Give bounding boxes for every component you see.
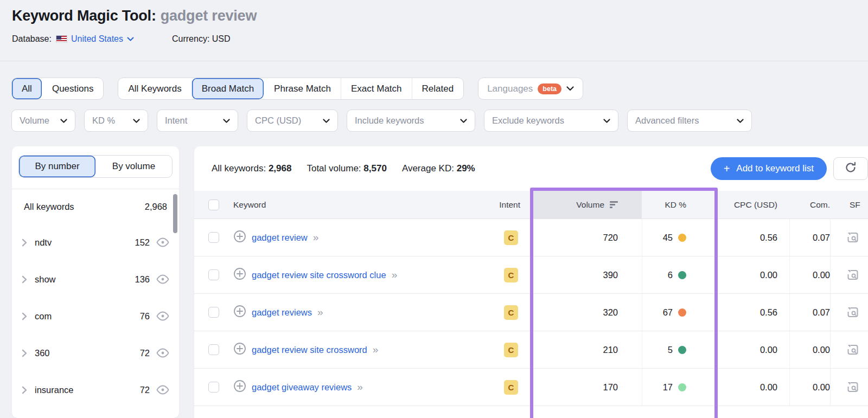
serp-features-icon[interactable]: [847, 344, 859, 355]
intent-filter-label: Intent: [165, 115, 187, 126]
eye-icon[interactable]: [156, 274, 169, 284]
kd-filter-dropdown[interactable]: KD %: [84, 110, 148, 132]
exclude-keywords-dropdown[interactable]: Exclude keywords: [484, 110, 618, 132]
kd-dot: [678, 234, 686, 242]
add-keyword-icon[interactable]: [233, 230, 246, 245]
open-keyword-icon[interactable]: »: [317, 306, 323, 318]
chevron-down-icon: [133, 119, 140, 123]
add-keyword-icon[interactable]: [233, 267, 246, 282]
add-keyword-icon[interactable]: [233, 342, 246, 357]
beta-badge: beta: [538, 83, 561, 94]
kd-cell: 17: [642, 369, 714, 406]
sidebar-item-insurance[interactable]: insurance 72: [12, 371, 179, 408]
tab-questions[interactable]: Questions: [42, 78, 104, 99]
kd-cell: 45: [642, 219, 714, 256]
tab-related[interactable]: Related: [412, 78, 464, 99]
sidebar-item-ndtv[interactable]: ndtv 152: [12, 224, 179, 261]
sort-desc-icon: [610, 201, 618, 208]
col-keyword[interactable]: Keyword: [233, 200, 266, 210]
results-panel: All keywords: 2,968 Total volume: 8,570 …: [194, 146, 868, 418]
tab-all[interactable]: All: [12, 78, 42, 99]
sidebar-item-com[interactable]: com 76: [12, 298, 179, 335]
sidebar-item-show[interactable]: show 136: [12, 261, 179, 298]
question-tab-group: All Questions: [11, 78, 104, 100]
sidebar-scrollbar[interactable]: [173, 194, 177, 233]
group-count: 72: [140, 385, 150, 395]
select-all-checkbox[interactable]: [208, 200, 219, 210]
eye-icon[interactable]: [156, 385, 169, 395]
chevron-down-icon: [127, 37, 134, 41]
tab-all-keywords[interactable]: All Keywords: [118, 78, 191, 99]
database-value: United States: [71, 34, 123, 44]
tab-exact-match[interactable]: Exact Match: [341, 78, 412, 99]
add-keyword-icon[interactable]: [233, 380, 246, 395]
keyword-link[interactable]: gadget giveaway reviews: [252, 382, 352, 393]
row-checkbox[interactable]: [208, 232, 219, 243]
all-keywords-row[interactable]: All keywords 2,968: [12, 189, 179, 224]
chevron-right-icon: [22, 239, 27, 247]
col-sf[interactable]: SF: [830, 191, 868, 218]
intent-filter-dropdown[interactable]: Intent: [157, 110, 238, 132]
cpc-filter-dropdown[interactable]: CPC (USD): [247, 110, 338, 132]
serp-features-icon[interactable]: [847, 382, 859, 393]
kd-cell: 67: [642, 294, 714, 331]
chevron-down-icon: [737, 119, 744, 123]
row-checkbox[interactable]: [208, 344, 219, 355]
database-selector[interactable]: United States: [71, 34, 134, 44]
refresh-button[interactable]: [833, 157, 868, 180]
tab-phrase-match[interactable]: Phrase Match: [264, 78, 341, 99]
add-to-keyword-list-button[interactable]: + Add to keyword list: [711, 157, 827, 180]
keyword-link[interactable]: gadget review: [252, 233, 308, 243]
keyword-groups-sidebar: By number By volume All keywords 2,968 n…: [12, 146, 179, 418]
chevron-right-icon: [22, 386, 27, 394]
advanced-filters-dropdown[interactable]: Advanced filters: [627, 110, 752, 132]
col-cpc-label: CPC (USD): [734, 200, 777, 210]
keyword-link[interactable]: gadget review site crossword clue: [252, 270, 386, 280]
keyword-link[interactable]: gadget review site crossword: [252, 345, 367, 355]
languages-dropdown[interactable]: Languages beta: [478, 78, 583, 100]
group-count: 76: [140, 311, 150, 321]
serp-features-icon[interactable]: [847, 232, 859, 243]
col-intent[interactable]: Intent: [499, 200, 520, 210]
tab-by-volume[interactable]: By volume: [95, 156, 172, 177]
row-checkbox[interactable]: [208, 307, 219, 318]
eye-icon[interactable]: [156, 348, 169, 358]
cpc-filter-label: CPC (USD): [255, 115, 301, 126]
add-to-keyword-list-label: Add to keyword list: [736, 163, 814, 174]
open-keyword-icon[interactable]: »: [373, 344, 379, 356]
serp-features-icon[interactable]: [847, 269, 859, 280]
com-cell: 0.07: [789, 219, 830, 256]
sidebar-item-360[interactable]: 360 72: [12, 335, 179, 371]
plus-icon: +: [724, 163, 730, 175]
col-com[interactable]: Com.: [789, 191, 830, 218]
eye-icon[interactable]: [156, 311, 169, 321]
volume-cell: 320: [533, 307, 642, 318]
volume-cell: 170: [533, 382, 642, 393]
col-volume[interactable]: Volume: [533, 191, 642, 218]
row-checkbox[interactable]: [208, 382, 219, 393]
tab-by-number[interactable]: By number: [19, 156, 95, 177]
col-cpc[interactable]: CPC (USD): [714, 191, 789, 218]
keyword-link[interactable]: gadget reviews: [252, 307, 312, 318]
group-count: 136: [135, 274, 150, 285]
add-keyword-icon[interactable]: [233, 305, 246, 320]
open-keyword-icon[interactable]: »: [313, 231, 319, 243]
summary-bar: All keywords: 2,968 Total volume: 8,570 …: [194, 146, 868, 191]
col-kd[interactable]: KD %: [642, 191, 714, 218]
eye-icon[interactable]: [156, 237, 169, 247]
serp-features-icon[interactable]: [847, 307, 859, 318]
chevron-down-icon: [60, 119, 67, 123]
group-count: 152: [135, 237, 150, 248]
tab-broad-match[interactable]: Broad Match: [192, 78, 264, 99]
open-keyword-icon[interactable]: »: [392, 269, 398, 281]
row-checkbox[interactable]: [208, 269, 219, 280]
volume-filter-dropdown[interactable]: Volume: [11, 110, 75, 132]
currency-value: USD: [212, 34, 231, 43]
us-flag-icon: [56, 35, 67, 43]
open-keyword-icon[interactable]: »: [357, 381, 363, 393]
table-row: gadget review » C 720 45 0.56 0.07: [194, 219, 868, 256]
summary-avg-kd-label: Average KD:: [402, 163, 454, 173]
languages-label: Languages: [487, 83, 533, 94]
group-label: com: [35, 311, 52, 321]
include-keywords-dropdown[interactable]: Include keywords: [347, 110, 475, 132]
